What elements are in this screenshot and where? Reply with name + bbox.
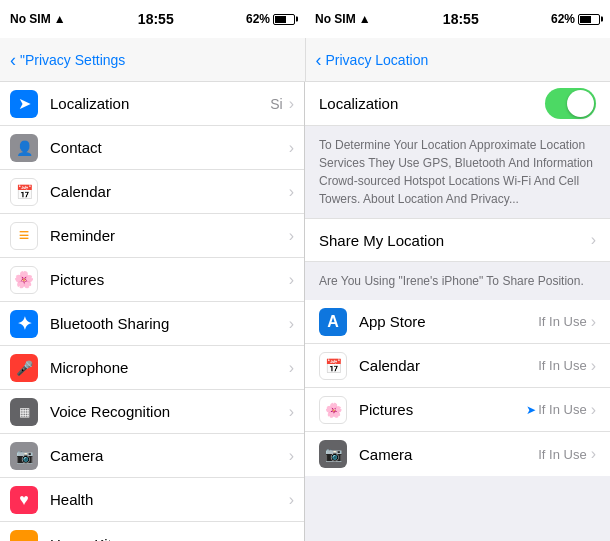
camera-app-status: If In Use xyxy=(538,447,586,462)
settings-item-health[interactable]: ♥ Health › xyxy=(0,478,304,522)
localization-label: Localization xyxy=(50,95,270,112)
share-location-label: Share My Location xyxy=(319,232,444,249)
right-back-button[interactable]: ‹ Privacy Location xyxy=(316,51,429,69)
settings-item-calendar[interactable]: 📅 Calendar › xyxy=(0,170,304,214)
localization-toggle-row: Localization xyxy=(305,82,610,126)
localization-value: Si xyxy=(270,96,282,112)
app-item-camera[interactable]: 📷 Camera If In Use › xyxy=(305,432,610,476)
localization-chevron-icon: › xyxy=(289,95,294,113)
calendar-label: Calendar xyxy=(50,183,289,200)
left-nav-bar: ‹ "Privacy Settings xyxy=(0,38,305,82)
calendar-chevron-icon: › xyxy=(289,183,294,201)
settings-item-bluetooth[interactable]: ✦ Bluetooth Sharing › xyxy=(0,302,304,346)
left-back-chevron-icon: ‹ xyxy=(10,51,16,69)
pictures-icon: 🌸 xyxy=(10,266,38,294)
pictures-app-status: If In Use xyxy=(538,402,586,417)
calendar-app-icon: 📅 xyxy=(319,352,347,380)
localization-section: Localization xyxy=(305,82,610,126)
right-panel: Localization To Determine Your Location … xyxy=(305,82,610,541)
settings-item-reminder[interactable]: ≡ Reminder › xyxy=(0,214,304,258)
calendar-app-chevron-icon: › xyxy=(591,357,596,375)
right-nav-bar: ‹ Privacy Location xyxy=(305,38,611,82)
pictures-app-chevron-icon: › xyxy=(591,401,596,419)
health-chevron-icon: › xyxy=(289,491,294,509)
settings-item-homekit[interactable]: ⌂ Home Kit › xyxy=(0,522,304,541)
pictures-app-name: Pictures xyxy=(359,401,526,418)
share-location-section: Share My Location › xyxy=(305,218,610,262)
nav-bars: ‹ "Privacy Settings ‹ Privacy Location xyxy=(0,38,610,82)
app-item-pictures[interactable]: 🌸 Pictures ➤ If In Use › xyxy=(305,388,610,432)
contact-label: Contact xyxy=(50,139,289,156)
camera-chevron-icon: › xyxy=(289,447,294,465)
main-content: ➤ Localization Si › 👤 Contact › 📅 Calend… xyxy=(0,82,610,541)
right-back-chevron-icon: ‹ xyxy=(316,51,322,69)
reminder-icon: ≡ xyxy=(10,222,38,250)
microphone-icon: 🎤 xyxy=(10,354,38,382)
left-back-label: "Privacy Settings xyxy=(20,52,125,68)
left-battery: 62% xyxy=(246,12,295,26)
share-location-row[interactable]: Share My Location › xyxy=(305,218,610,262)
pictures-chevron-icon: › xyxy=(289,271,294,289)
right-time: 18:55 xyxy=(443,11,479,27)
settings-item-contact[interactable]: 👤 Contact › xyxy=(0,126,304,170)
health-icon: ♥ xyxy=(10,486,38,514)
settings-item-microphone[interactable]: 🎤 Microphone › xyxy=(0,346,304,390)
settings-item-localization[interactable]: ➤ Localization Si › xyxy=(0,82,304,126)
homekit-chevron-icon: › xyxy=(289,535,294,541)
camera-app-chevron-icon: › xyxy=(591,445,596,463)
bluetooth-label: Bluetooth Sharing xyxy=(50,315,289,332)
microphone-chevron-icon: › xyxy=(289,359,294,377)
microphone-label: Microphone xyxy=(50,359,289,376)
right-status-bar: No SIM ▲ 18:55 62% xyxy=(305,0,610,38)
left-battery-pct: 62% xyxy=(246,12,270,26)
left-carrier: No SIM xyxy=(10,12,51,26)
right-localization-label: Localization xyxy=(319,95,398,112)
bluetooth-chevron-icon: › xyxy=(289,315,294,333)
camera-app-icon: 📷 xyxy=(319,440,347,468)
left-wifi-icon: ▲ xyxy=(54,12,66,26)
settings-item-voice[interactable]: ▦ Voice Recognition › xyxy=(0,390,304,434)
contact-icon: 👤 xyxy=(10,134,38,162)
appstore-chevron-icon: › xyxy=(591,313,596,331)
app-list: A App Store If In Use › 📅 Calendar If In… xyxy=(305,300,610,476)
appstore-status: If In Use xyxy=(538,314,586,329)
right-battery-pct: 62% xyxy=(551,12,575,26)
right-signal: No SIM ▲ xyxy=(315,12,371,26)
status-bars: No SIM ▲ 18:55 62% No SIM ▲ 18:55 62% xyxy=(0,0,610,38)
right-carrier: No SIM xyxy=(315,12,356,26)
camera-icon: 📷 xyxy=(10,442,38,470)
contact-chevron-icon: › xyxy=(289,139,294,157)
app-item-appstore[interactable]: A App Store If In Use › xyxy=(305,300,610,344)
right-battery: 62% xyxy=(551,12,600,26)
left-battery-icon xyxy=(273,14,295,25)
right-back-label: Privacy Location xyxy=(326,52,429,68)
settings-item-pictures[interactable]: 🌸 Pictures › xyxy=(0,258,304,302)
pictures-app-icon: 🌸 xyxy=(319,396,347,424)
right-wifi-icon: ▲ xyxy=(359,12,371,26)
pictures-location-arrow-icon: ➤ xyxy=(526,403,536,417)
voice-label: Voice Recognition xyxy=(50,403,289,420)
left-status-bar: No SIM ▲ 18:55 62% xyxy=(0,0,305,38)
localization-toggle[interactable] xyxy=(545,88,596,119)
calendar-app-status: If In Use xyxy=(538,358,586,373)
right-battery-icon xyxy=(578,14,600,25)
homekit-label: Home Kit xyxy=(50,536,289,542)
voice-chevron-icon: › xyxy=(289,403,294,421)
left-time: 18:55 xyxy=(138,11,174,27)
left-back-button[interactable]: ‹ "Privacy Settings xyxy=(10,51,125,69)
calendar-app-name: Calendar xyxy=(359,357,538,374)
health-label: Health xyxy=(50,491,289,508)
localization-icon: ➤ xyxy=(10,90,38,118)
settings-list: ➤ Localization Si › 👤 Contact › 📅 Calend… xyxy=(0,82,304,541)
share-description: Are You Using "Irene's iPhone" To Share … xyxy=(305,262,610,300)
settings-item-camera[interactable]: 📷 Camera › xyxy=(0,434,304,478)
calendar-icon: 📅 xyxy=(10,178,38,206)
camera-app-name: Camera xyxy=(359,446,538,463)
left-panel: ➤ Localization Si › 👤 Contact › 📅 Calend… xyxy=(0,82,305,541)
appstore-name: App Store xyxy=(359,313,538,330)
left-signal: No SIM ▲ xyxy=(10,12,66,26)
voice-icon: ▦ xyxy=(10,398,38,426)
location-description: To Determine Your Location Approximate L… xyxy=(305,126,610,218)
app-item-calendar[interactable]: 📅 Calendar If In Use › xyxy=(305,344,610,388)
pictures-label: Pictures xyxy=(50,271,289,288)
